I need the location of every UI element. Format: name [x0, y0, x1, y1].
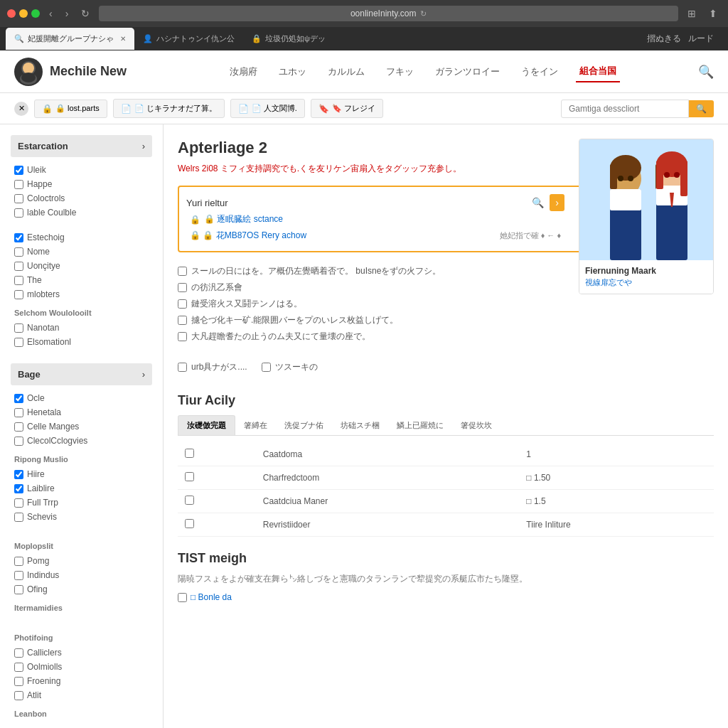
bonus-checkbox[interactable] — [178, 593, 187, 602]
subtitle-link[interactable]: 2i08 — [202, 164, 218, 173]
table-tab-4[interactable]: 鱗上已羅焼に — [388, 415, 452, 435]
toolbar-btn2-label: 📄 じキラナオだ了算。 — [134, 103, 217, 114]
toolbar-close-button[interactable]: ✕ — [14, 102, 28, 116]
nav-item-5[interactable]: ガランツロイー — [432, 62, 503, 82]
tab-active[interactable]: 🔍 妃援開離グループナシゃ ✕ — [6, 28, 134, 50]
checkbox-item-0[interactable] — [178, 267, 187, 276]
checkbox-laiblire[interactable] — [14, 484, 23, 493]
tab-inactive-1[interactable]: 👤 ハシナトゥンイ仇ン公 — [134, 28, 243, 50]
bottom-check-2[interactable]: ツスーキの — [262, 359, 318, 375]
nav-item-3[interactable]: カルルム — [324, 62, 368, 82]
table-tab-1[interactable]: 箸縛在 — [235, 415, 276, 435]
table-tab-3[interactable]: 坊础スチ梱 — [332, 415, 388, 435]
checkbox-henetala[interactable] — [14, 408, 23, 417]
bottom-check-1[interactable]: urb具ナがス.... — [178, 359, 247, 375]
checkbox-full-trrp[interactable] — [14, 498, 23, 508]
sidebar-label-nome: Nome — [27, 247, 50, 257]
checkbox-elsomationl[interactable] — [14, 338, 23, 347]
nav-item-4[interactable]: フキッ — [382, 62, 417, 82]
search-suggestion-2[interactable]: 🔒 🔒 花MB87OS Rery achow 她妃指で確 ♦ ← ♦ — [186, 228, 564, 244]
table-tab-active[interactable]: 汝礎倣完題 — [178, 415, 235, 435]
dot-yellow[interactable] — [19, 9, 28, 18]
checkbox-nome[interactable] — [14, 247, 23, 257]
sidebar-item-ocle: Ocle — [11, 391, 152, 405]
checkbox-ofing[interactable] — [14, 585, 23, 594]
svg-point-2 — [23, 63, 34, 74]
nav-item-1[interactable]: 汝扇府 — [226, 62, 261, 82]
table-tab-2[interactable]: 洗促ブナ佑 — [276, 415, 332, 435]
checkbox-ocle[interactable] — [14, 394, 23, 403]
tab-close-button[interactable]: ✕ — [120, 35, 126, 43]
checkbox-item-1[interactable] — [178, 283, 187, 292]
checkbox-uoncitye[interactable] — [14, 262, 23, 271]
tab-inactive-2[interactable]: 🔒 垃圾仍処如ψデッ — [243, 28, 334, 50]
nav-item-active[interactable]: 組合当国 — [576, 61, 620, 82]
toolbar-btn-3[interactable]: 📄 📄 人文関博. — [230, 99, 305, 118]
checkbox-estechoig[interactable] — [14, 233, 23, 242]
toolbar-btn-4[interactable]: 🔖 🔖 フレジイ — [311, 99, 383, 118]
checkbox-item-2[interactable] — [178, 299, 187, 309]
featured-card-link[interactable]: 視線扉忘でや — [585, 277, 707, 288]
table-row-2-checkbox[interactable] — [185, 496, 194, 505]
checkbox-coloctrols[interactable] — [14, 194, 23, 203]
checkbox-mlobters[interactable] — [14, 290, 23, 299]
bonus-check[interactable]: □ Bonle da — [178, 592, 714, 602]
dot-red[interactable] — [7, 9, 16, 18]
checkbox-bottom-1[interactable] — [178, 363, 187, 372]
reader-button[interactable]: ⊞ — [684, 6, 700, 21]
search-suggestion-1[interactable]: 🔒 🔒 逐眠臓絵 sctance — [186, 211, 564, 228]
search-suggestion-1-text: 🔒 逐眠臓絵 sctance — [204, 213, 283, 225]
sidebar-label-celle-manges: Celle Manges — [27, 422, 79, 432]
checkbox-bottom-2[interactable] — [262, 363, 271, 372]
checkbox-item-4[interactable] — [178, 332, 187, 341]
checkbox-atlit[interactable] — [14, 691, 23, 700]
checkbox-hiire[interactable] — [14, 470, 23, 479]
toolbar-search-input[interactable] — [561, 100, 689, 118]
nav-item-2[interactable]: ユホッ — [275, 62, 310, 82]
content-search-input[interactable] — [186, 198, 526, 208]
nav-item-6[interactable]: うをイン — [518, 62, 562, 82]
toolbar-btn-lost-parts[interactable]: 🔒 🔒 lost.parts — [34, 100, 107, 118]
checkbox-celle-manges[interactable] — [14, 422, 23, 432]
checkbox-clecol[interactable] — [14, 437, 23, 446]
toolbar-btn-2[interactable]: 📄 📄 じキラナオだ了算。 — [113, 99, 225, 118]
sidebar-item-uoncitye: Uonçitye — [11, 259, 152, 273]
table-row-1-checkbox[interactable] — [185, 472, 194, 481]
checkbox-uleik[interactable] — [14, 166, 23, 175]
checkbox-pomg[interactable] — [14, 557, 23, 566]
checkbox-froening[interactable] — [14, 677, 23, 686]
search-box-search-button[interactable]: 🔍 — [532, 197, 544, 208]
search-box-arrow-button[interactable]: › — [550, 194, 564, 211]
anime-illustration — [579, 139, 713, 260]
checkbox-item-3[interactable] — [178, 316, 187, 325]
table-row-3-col2[interactable]: Tiire Inliture — [519, 513, 714, 537]
checkbox-lable-coulble[interactable] — [14, 208, 23, 218]
sidebar-divider-3: Moplopslit — [11, 538, 152, 554]
sidebar-divider-itermamidies: Itermamidies — [11, 600, 152, 616]
checkbox-the[interactable] — [14, 276, 23, 285]
checkbox-indindus[interactable] — [14, 571, 23, 580]
site-logo[interactable]: Mechile New — [14, 58, 127, 86]
table-row-0-checkbox[interactable] — [185, 449, 194, 458]
checkbox-schevis[interactable] — [14, 513, 23, 522]
checkbox-nanotan[interactable] — [14, 323, 23, 333]
address-bar[interactable]: oonlineIninty.com ↻ — [99, 6, 678, 21]
sidebar-label-full-trrp: Full Trrp — [27, 498, 58, 508]
checkbox-oolmiolls[interactable] — [14, 663, 23, 672]
lock-icon-suggestion2: 🔒 — [190, 230, 200, 240]
table-tab-5[interactable]: 箸促坎坎 — [452, 415, 500, 435]
dot-green[interactable] — [31, 9, 40, 18]
sidebar-item-calliclers: Calliclers — [11, 646, 152, 660]
table-row-3-checkbox[interactable] — [185, 519, 194, 528]
share-button[interactable]: ⬆ — [705, 6, 721, 21]
checkbox-calliclers[interactable] — [14, 648, 23, 658]
sidebar-section-header-2[interactable]: Bage › — [11, 363, 152, 385]
toolbar-search-button[interactable]: 🔍 — [689, 100, 714, 117]
back-button[interactable]: ‹ — [46, 6, 56, 21]
sidebar-label-ofing: Ofing — [27, 584, 48, 594]
header-search-button[interactable]: 🔍 — [698, 64, 714, 80]
sidebar-section-header-1[interactable]: Estarcation › — [11, 135, 152, 157]
refresh-button[interactable]: ↻ — [77, 6, 93, 21]
forward-button[interactable]: › — [62, 6, 73, 21]
checkbox-happe[interactable] — [14, 180, 23, 189]
